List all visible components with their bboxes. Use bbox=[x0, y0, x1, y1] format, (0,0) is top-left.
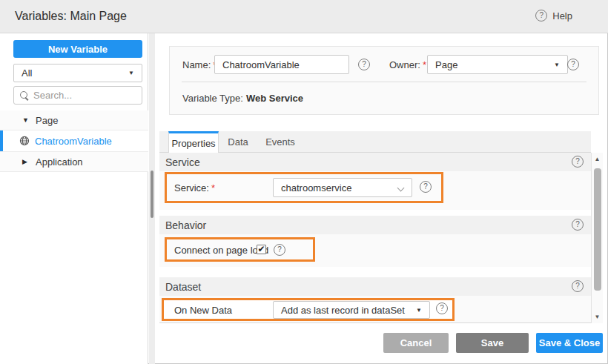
behavior-section-title: Behavior bbox=[165, 219, 206, 231]
required-marker: * bbox=[211, 182, 215, 193]
dataset-section-header: Dataset ? bbox=[159, 277, 591, 296]
filter-value: All bbox=[22, 67, 32, 79]
help-label: Help bbox=[552, 10, 572, 21]
dataset-section-help-icon[interactable]: ? bbox=[572, 280, 584, 292]
connect-on-page-load-checkbox[interactable]: ✔ bbox=[257, 245, 266, 254]
variable-type-value: Web Service bbox=[246, 93, 303, 104]
help-icon: ? bbox=[535, 10, 547, 21]
caret-down-icon: ▼ bbox=[128, 70, 134, 76]
scroll-down-icon[interactable]: ▼ bbox=[592, 314, 603, 320]
new-variable-button[interactable]: New Variable bbox=[13, 40, 142, 58]
on-new-data-select[interactable]: Add as last record in dataSet ▼ bbox=[273, 301, 430, 319]
content-scrollbar[interactable]: ▲ ▼ bbox=[591, 153, 603, 323]
required-marker: * bbox=[423, 59, 426, 70]
owner-select[interactable]: Page ▼ bbox=[427, 55, 568, 74]
tab-events[interactable]: Events bbox=[257, 131, 303, 153]
dataset-section-title: Dataset bbox=[165, 281, 201, 293]
page-title: Variables: Main Page bbox=[15, 10, 127, 23]
service-section-help-icon[interactable]: ? bbox=[572, 156, 584, 168]
content-bottom-border bbox=[159, 322, 603, 323]
search-icon bbox=[20, 91, 29, 100]
chevron-down-icon bbox=[398, 185, 404, 191]
filter-select[interactable]: All ▼ bbox=[13, 64, 142, 82]
caret-down-icon: ▼ bbox=[416, 307, 422, 314]
variables-dialog: Variables: Main Page ? Help New Variable… bbox=[0, 0, 608, 364]
service-section-header: Service ? bbox=[159, 153, 591, 171]
service-help-icon[interactable]: ? bbox=[420, 181, 432, 193]
search-input[interactable] bbox=[33, 90, 136, 101]
tree-item-chatroomvariable[interactable]: ChatroomVariable bbox=[0, 130, 148, 152]
save-button[interactable]: Save bbox=[456, 333, 529, 353]
service-value: chatroomservice bbox=[281, 182, 351, 193]
behavior-section-header: Behavior ? bbox=[159, 216, 591, 234]
name-label: Name:* bbox=[182, 59, 217, 70]
behavior-section-help-icon[interactable]: ? bbox=[572, 219, 584, 231]
tab-properties[interactable]: Properties bbox=[168, 131, 219, 153]
cancel-button[interactable]: Cancel bbox=[383, 333, 449, 353]
dialog-header: Variables: Main Page ? Help bbox=[0, 0, 608, 33]
tree-group-page[interactable]: ▼ Page bbox=[0, 110, 148, 130]
behavior-help-icon[interactable]: ? bbox=[274, 244, 285, 256]
variables-sidebar: New Variable All ▼ ▼ Page Ch bbox=[0, 33, 148, 364]
help-button[interactable]: ? Help bbox=[535, 10, 572, 21]
service-section-title: Service bbox=[165, 156, 200, 168]
on-new-data-value: Add as last record in dataSet bbox=[281, 305, 405, 316]
sidebar-scrollbar-thumb[interactable] bbox=[151, 171, 153, 218]
dataset-help-icon[interactable]: ? bbox=[436, 302, 448, 314]
caret-down-icon: ▼ bbox=[554, 62, 560, 68]
owner-label: Owner:* bbox=[389, 59, 426, 70]
tree-item-label: ChatroomVariable bbox=[35, 136, 112, 147]
service-select[interactable]: chatroomservice bbox=[273, 178, 412, 197]
tab-data[interactable]: Data bbox=[219, 131, 257, 153]
save-and-close-button[interactable]: Save & Close bbox=[536, 333, 603, 353]
name-field[interactable] bbox=[214, 55, 349, 74]
caret-down-icon[interactable]: ▼ bbox=[22, 116, 30, 124]
variable-search bbox=[13, 86, 142, 105]
variable-overview-panel: Name:* ? Owner:* Page ▼ ? Variable Type:… bbox=[169, 46, 599, 115]
caret-right-icon[interactable]: ▶ bbox=[22, 158, 30, 165]
owner-help-icon[interactable]: ? bbox=[567, 59, 579, 70]
variable-type-label: Variable Type: bbox=[182, 93, 243, 104]
name-help-icon[interactable]: ? bbox=[358, 59, 370, 70]
owner-value: Page bbox=[435, 59, 457, 70]
service-field-label: Service:* bbox=[174, 182, 215, 193]
tree-group-label: Application bbox=[36, 156, 83, 168]
panel-divider bbox=[182, 82, 586, 82]
sidebar-scrollbar[interactable] bbox=[149, 33, 155, 364]
content-scrollbar-thumb[interactable] bbox=[594, 168, 601, 291]
tree-group-label: Page bbox=[36, 115, 58, 126]
connect-on-page-load-label: Connect on page load bbox=[174, 244, 268, 255]
tab-bar: Properties Data Events bbox=[159, 131, 591, 153]
on-new-data-label: On New Data bbox=[174, 304, 232, 315]
scroll-up-icon[interactable]: ▲ bbox=[592, 156, 603, 162]
web-service-icon bbox=[19, 136, 30, 146]
tree-group-application[interactable]: ▶ Application bbox=[0, 152, 148, 172]
variable-tree: ▼ Page ChatroomVariable ▶ Application bbox=[0, 110, 148, 172]
behavior-highlight-box: Connect on page load bbox=[165, 237, 315, 262]
